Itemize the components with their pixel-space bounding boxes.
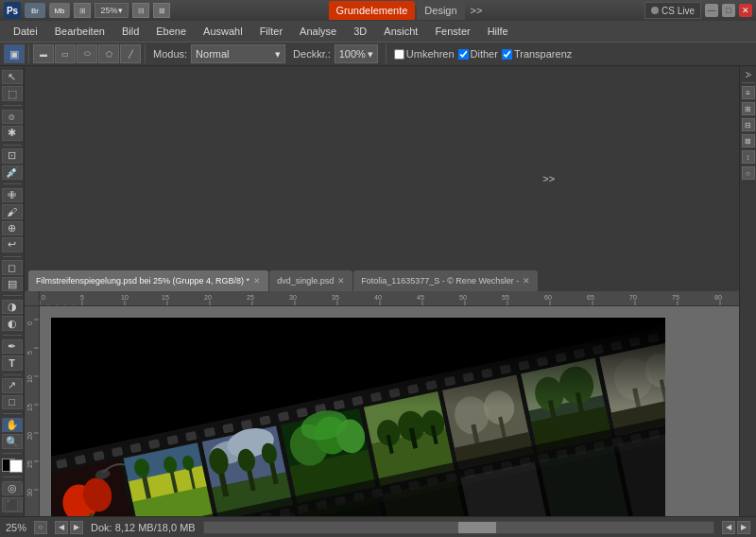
bridge-badge[interactable]: Br bbox=[25, 3, 45, 18]
tool-selector[interactable]: ▣ bbox=[4, 44, 25, 63]
menu-hilfe[interactable]: Hilfe bbox=[480, 22, 516, 41]
workspace-tabs: Grundelemente Design >> bbox=[329, 1, 487, 20]
shape-line-btn[interactable]: ╱ bbox=[120, 44, 141, 63]
menu-bild[interactable]: Bild bbox=[114, 22, 146, 41]
shape-buttons: ▬ ▭ ⬭ ⬠ ╱ bbox=[33, 44, 141, 63]
doc-tab-2[interactable]: Fotolia_11635377_S - © Rene Wechsler - ✕ bbox=[353, 270, 538, 291]
canvas-area[interactable]: 0 5 10 15 20 25 30 35 40 45 50 55 60 65 bbox=[25, 291, 739, 516]
color-swatches[interactable] bbox=[2, 459, 23, 473]
win-minimize-button[interactable]: — bbox=[705, 4, 718, 17]
scrollbar-thumb[interactable] bbox=[458, 522, 496, 533]
tool-history[interactable]: ↩ bbox=[2, 237, 23, 251]
rp-btn-2[interactable]: ⊞ bbox=[742, 102, 755, 115]
deckkr-label: Deckkr.: bbox=[293, 48, 331, 60]
tool-move[interactable]: ↖ bbox=[2, 70, 23, 84]
umkehren-checkbox[interactable]: Umkehren bbox=[394, 48, 455, 60]
scroll-left-btn[interactable]: ◀ bbox=[722, 521, 735, 534]
rp-panel-a[interactable]: A bbox=[744, 70, 753, 79]
ws-overflow[interactable]: >> bbox=[467, 5, 487, 16]
svg-text:60: 60 bbox=[544, 294, 552, 301]
status-nav-next[interactable]: ▶ bbox=[70, 521, 83, 534]
menu-ansicht[interactable]: Ansicht bbox=[376, 22, 425, 41]
tool-marquee[interactable]: ⬚ bbox=[2, 86, 23, 100]
ws-tab-design[interactable]: Design bbox=[417, 1, 464, 20]
background-color[interactable] bbox=[9, 459, 23, 473]
status-nav-prev[interactable]: ◀ bbox=[55, 521, 68, 534]
menu-fenster[interactable]: Fenster bbox=[427, 22, 477, 41]
shape-rect-btn[interactable]: ▬ bbox=[33, 44, 54, 63]
deckkr-input[interactable]: 100% ▾ bbox=[335, 44, 378, 63]
shape-round-btn[interactable]: ▭ bbox=[55, 44, 76, 63]
doc-tab-1[interactable]: dvd_single.psd ✕ bbox=[269, 270, 352, 291]
svg-text:45: 45 bbox=[417, 294, 424, 301]
shape-poly-btn[interactable]: ⬠ bbox=[98, 44, 119, 63]
svg-text:50: 50 bbox=[459, 294, 467, 301]
dither-checkbox[interactable]: Dither bbox=[458, 48, 498, 60]
rp-btn-4[interactable]: ⊠ bbox=[742, 134, 755, 147]
rp-btn-3[interactable]: ⊟ bbox=[742, 118, 755, 131]
tool-blur[interactable]: ◑ bbox=[2, 300, 23, 314]
status-view-btn[interactable]: ○ bbox=[34, 521, 47, 534]
tool-pen[interactable]: ✒ bbox=[2, 339, 23, 354]
tool-brush[interactable]: 🖌 bbox=[2, 204, 23, 218]
grid-icon[interactable]: ⊟ bbox=[132, 3, 149, 18]
zoom-value: 25% bbox=[100, 6, 117, 15]
cslive-button[interactable]: CS Live bbox=[644, 2, 701, 19]
win-close-button[interactable]: ✕ bbox=[739, 4, 752, 17]
menu-3d[interactable]: 3D bbox=[346, 22, 374, 41]
svg-text:10: 10 bbox=[121, 294, 129, 301]
rp-btn-1[interactable]: ≡ bbox=[742, 86, 755, 99]
status-zoom: 25% bbox=[6, 522, 26, 533]
tool-screen-mode[interactable]: ⬛ bbox=[2, 497, 23, 511]
tool-shape[interactable]: □ bbox=[2, 395, 23, 409]
layout-icon[interactable]: ⊞ bbox=[74, 3, 91, 18]
tool-clone[interactable]: ⊕ bbox=[2, 221, 23, 235]
tool-eyedropper[interactable]: 💉 bbox=[2, 165, 23, 180]
doc-tab-close-1[interactable]: ✕ bbox=[337, 276, 345, 286]
tool-eraser[interactable]: ◻ bbox=[2, 260, 23, 274]
shape-ellipse-btn[interactable]: ⬭ bbox=[77, 44, 97, 63]
menu-filter[interactable]: Filter bbox=[252, 22, 290, 41]
menu-auswahl[interactable]: Auswahl bbox=[196, 22, 250, 41]
scroll-right-btn[interactable]: ▶ bbox=[737, 521, 750, 534]
doc-tab-close-0[interactable]: ✕ bbox=[253, 276, 261, 286]
tool-heal[interactable]: ✙ bbox=[2, 188, 23, 202]
tool-zoom[interactable]: 🔍 bbox=[2, 434, 23, 448]
zoom-dropdown[interactable]: 25%▾ bbox=[94, 3, 129, 18]
win-maximize-button[interactable]: □ bbox=[722, 4, 735, 17]
modus-select[interactable]: Normal ▾ bbox=[191, 44, 285, 63]
doc-tab-0[interactable]: Filmstreifenspiegelung.psd bei 25% (Grup… bbox=[28, 270, 268, 291]
svg-text:25: 25 bbox=[26, 460, 33, 468]
tool-quickmask[interactable]: ◎ bbox=[2, 481, 23, 495]
status-right-scroll: ◀ ▶ bbox=[722, 521, 750, 534]
tool-gradient[interactable]: ▤ bbox=[2, 277, 23, 291]
tool-type[interactable]: T bbox=[2, 355, 23, 370]
tool-lasso[interactable]: ⌾ bbox=[2, 110, 23, 124]
doc-tabs-overflow[interactable]: >> bbox=[539, 173, 558, 184]
ws-tab-grundelemente[interactable]: Grundelemente bbox=[329, 1, 416, 20]
menu-bearbeiten[interactable]: Bearbeiten bbox=[47, 22, 112, 41]
mini-badge[interactable]: Mb bbox=[49, 3, 70, 18]
transparenz-checkbox[interactable]: Transparenz bbox=[502, 48, 572, 60]
menu-ebene[interactable]: Ebene bbox=[148, 22, 194, 41]
modus-value: Normal bbox=[196, 48, 229, 60]
rp-btn-5[interactable]: ↕ bbox=[742, 150, 755, 164]
svg-text:55: 55 bbox=[502, 294, 509, 301]
tool-dodge[interactable]: ◐ bbox=[2, 316, 23, 330]
svg-text:65: 65 bbox=[587, 294, 594, 301]
tool-magic-wand[interactable]: ✱ bbox=[2, 126, 23, 140]
svg-text:5: 5 bbox=[80, 294, 84, 301]
doc-tab-close-2[interactable]: ✕ bbox=[523, 276, 530, 286]
menu-datei[interactable]: Datei bbox=[6, 22, 45, 41]
menu-analyse[interactable]: Analyse bbox=[292, 22, 344, 41]
tool-path-select[interactable]: ↗ bbox=[2, 378, 23, 392]
canvas-document[interactable] bbox=[43, 310, 739, 516]
tool-crop[interactable]: ⊡ bbox=[2, 148, 23, 163]
tool-hand[interactable]: ✋ bbox=[2, 418, 23, 432]
rp-btn-6[interactable]: ○ bbox=[742, 166, 755, 180]
canvas-image[interactable] bbox=[51, 318, 665, 516]
status-scrollbar[interactable] bbox=[203, 521, 714, 534]
arrange-icon[interactable]: ⊠ bbox=[153, 3, 170, 18]
svg-text:0: 0 bbox=[42, 294, 45, 301]
menu-bar: Datei Bearbeiten Bild Ebene Auswahl Filt… bbox=[0, 21, 756, 42]
